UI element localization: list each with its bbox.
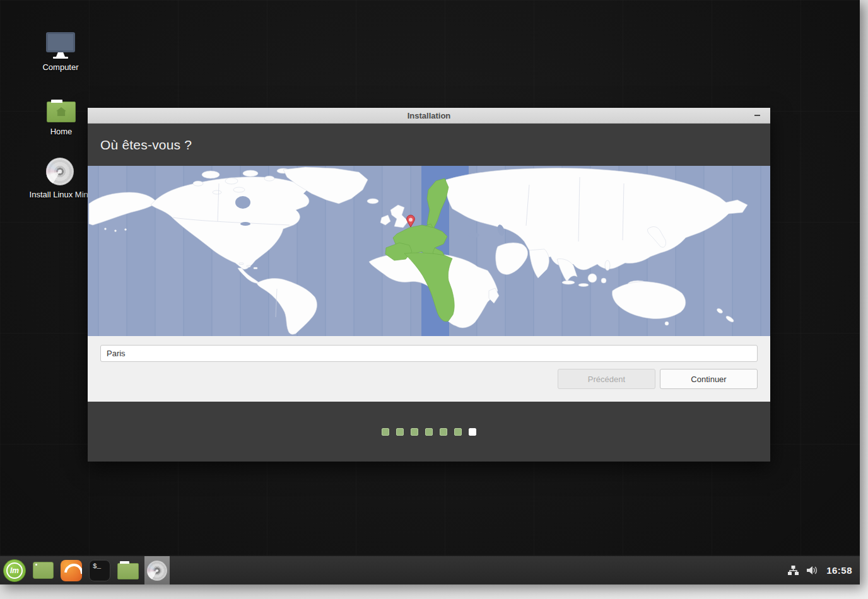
titlebar[interactable]: Installation (88, 108, 770, 124)
firefox-launcher[interactable] (61, 560, 82, 581)
menu-button[interactable]: lm (3, 559, 26, 582)
taskbar-active-installer[interactable] (144, 556, 170, 585)
step-header: Où êtes-vous ? (88, 124, 770, 166)
show-desktop-button[interactable] (33, 562, 54, 579)
progress-dot (411, 428, 418, 436)
window-title: Installation (408, 111, 451, 120)
location-input[interactable] (100, 345, 758, 362)
continue-button[interactable]: Continuer (660, 369, 758, 389)
timezone-map[interactable] (88, 166, 770, 336)
terminal-launcher[interactable]: $_ (89, 560, 110, 581)
installer-window: Installation Où êtes-vous ? (88, 108, 770, 462)
network-icon[interactable] (788, 566, 799, 575)
volume-icon[interactable] (807, 566, 818, 575)
desktop-icon-label: Install Linux Mint (25, 190, 95, 199)
desktop-icon-home[interactable]: Home (26, 95, 96, 136)
firefox-icon (61, 560, 82, 581)
progress-dot (396, 428, 404, 436)
page-title: Où êtes-vous ? (100, 137, 192, 153)
files-launcher[interactable] (117, 561, 139, 579)
mint-logo-icon: lm (6, 562, 23, 579)
desktop-icon-label: Computer (26, 62, 95, 72)
progress-dot (469, 428, 476, 436)
clock[interactable]: 16:58 (826, 565, 852, 576)
back-button[interactable]: Précédent (558, 369, 655, 389)
progress-dot (425, 428, 433, 436)
desktop: Computer Home Install Linux Mint Install… (0, 0, 860, 584)
progress-dot (440, 428, 447, 436)
minimize-icon (754, 115, 760, 116)
system-tray: 16:58 (788, 565, 860, 576)
desktop-icon-computer[interactable]: Computer (26, 30, 95, 72)
progress-dot (382, 428, 389, 436)
folder-icon (117, 563, 139, 579)
desktop-icon-install[interactable]: Install Linux Mint (25, 158, 95, 199)
install-cd-icon (46, 158, 74, 185)
home-folder-icon (47, 102, 76, 122)
progress-dot (454, 428, 462, 436)
progress-dots (88, 402, 770, 462)
desktop-icon-label: Home (26, 127, 96, 136)
installer-cd-icon (147, 561, 167, 581)
minimize-button[interactable] (750, 108, 764, 123)
terminal-icon: $_ (89, 560, 110, 581)
computer-icon (46, 32, 75, 52)
window-icon (33, 562, 54, 579)
taskbar: lm $_ (0, 555, 860, 584)
location-form: Précédent Continuer (88, 336, 770, 402)
